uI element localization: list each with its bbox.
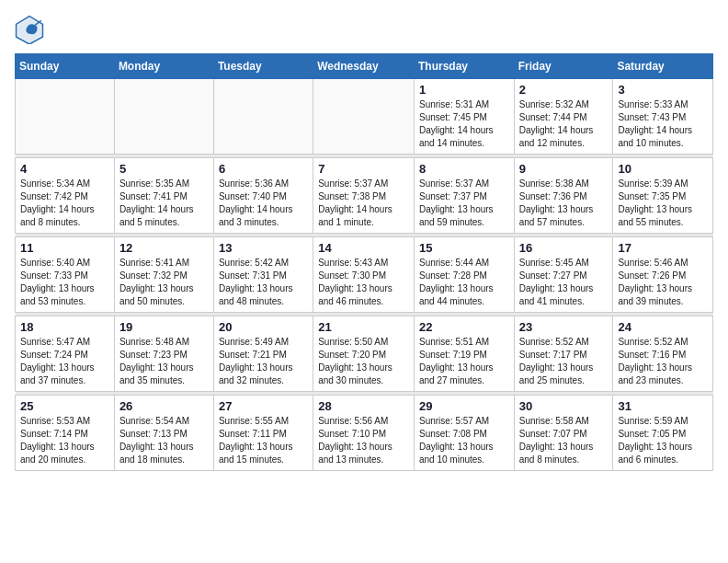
day-info: Sunrise: 5:55 AM Sunset: 7:11 PM Dayligh… — [219, 415, 308, 466]
day-info: Sunrise: 5:50 AM Sunset: 7:20 PM Dayligh… — [318, 336, 409, 387]
day-number: 28 — [318, 399, 409, 413]
day-number: 9 — [519, 162, 609, 176]
weekday-header-wednesday: Wednesday — [313, 54, 415, 79]
weekday-header-tuesday: Tuesday — [213, 54, 313, 79]
day-info: Sunrise: 5:34 AM Sunset: 7:42 PM Dayligh… — [20, 178, 109, 229]
calendar-cell: 15Sunrise: 5:44 AM Sunset: 7:28 PM Dayli… — [414, 237, 514, 313]
day-info: Sunrise: 5:54 AM Sunset: 7:13 PM Dayligh… — [119, 415, 209, 466]
day-number: 14 — [318, 241, 409, 255]
calendar-cell — [313, 79, 415, 155]
logo-icon — [15, 15, 44, 44]
day-number: 18 — [20, 320, 109, 334]
day-number: 3 — [618, 83, 708, 97]
calendar-week-1: 1Sunrise: 5:31 AM Sunset: 7:45 PM Daylig… — [16, 79, 713, 155]
day-info: Sunrise: 5:52 AM Sunset: 7:17 PM Dayligh… — [519, 336, 609, 387]
calendar-cell: 9Sunrise: 5:38 AM Sunset: 7:36 PM Daylig… — [514, 158, 613, 234]
calendar-cell: 8Sunrise: 5:37 AM Sunset: 7:37 PM Daylig… — [414, 158, 514, 234]
day-info: Sunrise: 5:45 AM Sunset: 7:27 PM Dayligh… — [519, 257, 609, 308]
day-info: Sunrise: 5:40 AM Sunset: 7:33 PM Dayligh… — [20, 257, 109, 308]
day-info: Sunrise: 5:39 AM Sunset: 7:35 PM Dayligh… — [618, 178, 708, 229]
calendar-cell: 7Sunrise: 5:37 AM Sunset: 7:38 PM Daylig… — [313, 158, 415, 234]
day-number: 6 — [219, 162, 308, 176]
calendar-cell: 26Sunrise: 5:54 AM Sunset: 7:13 PM Dayli… — [114, 396, 213, 471]
day-number: 31 — [618, 399, 708, 413]
day-info: Sunrise: 5:56 AM Sunset: 7:10 PM Dayligh… — [318, 415, 409, 466]
calendar-cell: 31Sunrise: 5:59 AM Sunset: 7:05 PM Dayli… — [613, 396, 713, 471]
calendar-cell: 2Sunrise: 5:32 AM Sunset: 7:44 PM Daylig… — [514, 79, 613, 155]
weekday-header-sunday: Sunday — [16, 54, 115, 79]
calendar-cell: 21Sunrise: 5:50 AM Sunset: 7:20 PM Dayli… — [313, 316, 415, 392]
weekday-header-row: SundayMondayTuesdayWednesdayThursdayFrid… — [16, 54, 713, 79]
day-info: Sunrise: 5:38 AM Sunset: 7:36 PM Dayligh… — [519, 178, 609, 229]
day-info: Sunrise: 5:43 AM Sunset: 7:30 PM Dayligh… — [318, 257, 409, 308]
day-number: 21 — [318, 320, 409, 334]
day-number: 10 — [618, 162, 708, 176]
day-number: 29 — [419, 399, 509, 413]
calendar-cell: 30Sunrise: 5:58 AM Sunset: 7:07 PM Dayli… — [514, 396, 613, 471]
calendar-cell: 22Sunrise: 5:51 AM Sunset: 7:19 PM Dayli… — [414, 316, 514, 392]
day-number: 12 — [119, 241, 209, 255]
day-number: 22 — [419, 320, 509, 334]
day-number: 24 — [618, 320, 708, 334]
calendar-cell — [16, 79, 115, 155]
calendar-cell: 3Sunrise: 5:33 AM Sunset: 7:43 PM Daylig… — [613, 79, 713, 155]
day-info: Sunrise: 5:32 AM Sunset: 7:44 PM Dayligh… — [519, 98, 609, 150]
day-info: Sunrise: 5:37 AM Sunset: 7:38 PM Dayligh… — [318, 178, 409, 229]
calendar-cell: 28Sunrise: 5:56 AM Sunset: 7:10 PM Dayli… — [313, 396, 415, 471]
weekday-header-saturday: Saturday — [613, 54, 713, 79]
calendar-cell — [114, 79, 213, 155]
day-info: Sunrise: 5:37 AM Sunset: 7:37 PM Dayligh… — [419, 178, 509, 229]
weekday-header-thursday: Thursday — [414, 54, 514, 79]
day-number: 1 — [419, 83, 509, 97]
day-number: 20 — [219, 320, 308, 334]
calendar-cell: 10Sunrise: 5:39 AM Sunset: 7:35 PM Dayli… — [613, 158, 713, 234]
calendar-week-2: 4Sunrise: 5:34 AM Sunset: 7:42 PM Daylig… — [16, 158, 713, 234]
day-info: Sunrise: 5:48 AM Sunset: 7:23 PM Dayligh… — [119, 336, 209, 387]
day-number: 15 — [419, 241, 509, 255]
calendar-cell: 27Sunrise: 5:55 AM Sunset: 7:11 PM Dayli… — [213, 396, 313, 471]
day-info: Sunrise: 5:49 AM Sunset: 7:21 PM Dayligh… — [219, 336, 308, 387]
weekday-header-friday: Friday — [514, 54, 613, 79]
day-number: 27 — [219, 399, 308, 413]
day-number: 7 — [318, 162, 409, 176]
calendar-week-3: 11Sunrise: 5:40 AM Sunset: 7:33 PM Dayli… — [16, 237, 713, 313]
calendar-cell — [213, 79, 313, 155]
page-header — [15, 15, 713, 44]
day-info: Sunrise: 5:59 AM Sunset: 7:05 PM Dayligh… — [618, 415, 708, 466]
calendar-cell: 5Sunrise: 5:35 AM Sunset: 7:41 PM Daylig… — [114, 158, 213, 234]
calendar-cell: 6Sunrise: 5:36 AM Sunset: 7:40 PM Daylig… — [213, 158, 313, 234]
day-info: Sunrise: 5:44 AM Sunset: 7:28 PM Dayligh… — [419, 257, 509, 308]
calendar-cell: 12Sunrise: 5:41 AM Sunset: 7:32 PM Dayli… — [114, 237, 213, 313]
day-number: 17 — [618, 241, 708, 255]
weekday-header-monday: Monday — [114, 54, 213, 79]
day-info: Sunrise: 5:57 AM Sunset: 7:08 PM Dayligh… — [419, 415, 509, 466]
calendar-cell: 13Sunrise: 5:42 AM Sunset: 7:31 PM Dayli… — [213, 237, 313, 313]
calendar-cell: 23Sunrise: 5:52 AM Sunset: 7:17 PM Dayli… — [514, 316, 613, 392]
day-number: 26 — [119, 399, 209, 413]
calendar-cell: 25Sunrise: 5:53 AM Sunset: 7:14 PM Dayli… — [16, 396, 115, 471]
calendar-cell: 24Sunrise: 5:52 AM Sunset: 7:16 PM Dayli… — [613, 316, 713, 392]
day-number: 16 — [519, 241, 609, 255]
calendar-cell: 29Sunrise: 5:57 AM Sunset: 7:08 PM Dayli… — [414, 396, 514, 471]
day-info: Sunrise: 5:35 AM Sunset: 7:41 PM Dayligh… — [119, 178, 209, 229]
calendar-week-5: 25Sunrise: 5:53 AM Sunset: 7:14 PM Dayli… — [16, 396, 713, 471]
day-number: 13 — [219, 241, 308, 255]
day-info: Sunrise: 5:58 AM Sunset: 7:07 PM Dayligh… — [519, 415, 609, 466]
day-number: 2 — [519, 83, 609, 97]
day-number: 25 — [20, 399, 109, 413]
day-number: 5 — [119, 162, 209, 176]
calendar-cell: 18Sunrise: 5:47 AM Sunset: 7:24 PM Dayli… — [16, 316, 115, 392]
calendar-cell: 20Sunrise: 5:49 AM Sunset: 7:21 PM Dayli… — [213, 316, 313, 392]
day-number: 11 — [20, 241, 109, 255]
calendar-cell: 17Sunrise: 5:46 AM Sunset: 7:26 PM Dayli… — [613, 237, 713, 313]
day-info: Sunrise: 5:42 AM Sunset: 7:31 PM Dayligh… — [219, 257, 308, 308]
day-number: 19 — [119, 320, 209, 334]
calendar-table: SundayMondayTuesdayWednesdayThursdayFrid… — [15, 53, 713, 471]
day-number: 8 — [419, 162, 509, 176]
day-info: Sunrise: 5:36 AM Sunset: 7:40 PM Dayligh… — [219, 178, 308, 229]
day-info: Sunrise: 5:41 AM Sunset: 7:32 PM Dayligh… — [119, 257, 209, 308]
day-info: Sunrise: 5:53 AM Sunset: 7:14 PM Dayligh… — [20, 415, 109, 466]
day-info: Sunrise: 5:47 AM Sunset: 7:24 PM Dayligh… — [20, 336, 109, 387]
calendar-cell: 4Sunrise: 5:34 AM Sunset: 7:42 PM Daylig… — [16, 158, 115, 234]
day-info: Sunrise: 5:51 AM Sunset: 7:19 PM Dayligh… — [419, 336, 509, 387]
